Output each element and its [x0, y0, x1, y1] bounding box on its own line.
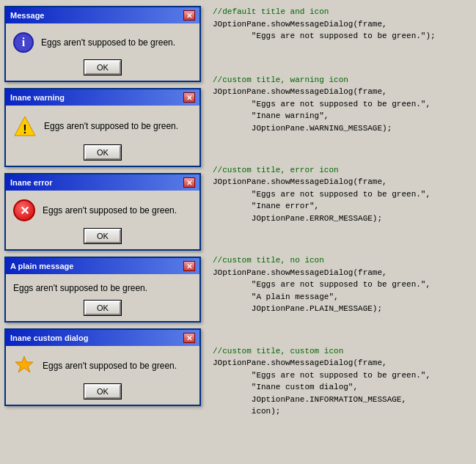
code-section-0: //default title and icon JOptionPane.sho… — [213, 6, 469, 74]
code-section-3: //custom title, no icon JOptionPane.show… — [213, 254, 469, 345]
body-warning: ! Eggs aren't supposed to be green. OK — [6, 106, 199, 166]
dialogs-panel: Message ✕ i Eggs aren't supposed to be g… — [0, 0, 205, 464]
body-message: i Eggs aren't supposed to be green. OK — [6, 23, 199, 81]
code-block-2: //custom title, error icon JOptionPane.s… — [213, 164, 469, 248]
code-section-2: //custom title, error icon JOptionPane.s… — [213, 164, 469, 254]
message-row-warning: ! Eggs aren't supposed to be green. — [13, 114, 192, 138]
code-block-1: //custom title, warning icon JOptionPane… — [213, 74, 469, 158]
dialog-message: Message ✕ i Eggs aren't supposed to be g… — [4, 6, 201, 82]
custom-icon — [13, 355, 35, 377]
body-custom: Eggs aren't supposed to be green. OK — [6, 346, 199, 405]
title-error: Inane error — [10, 178, 52, 187]
ok-button-warning[interactable]: OK — [84, 145, 121, 160]
close-button-message[interactable]: ✕ — [183, 10, 195, 21]
info-icon: i — [13, 32, 34, 53]
body-plain: Eggs aren't supposed to be green. OK — [6, 274, 199, 321]
message-text-custom: Eggs aren't supposed to be green. — [43, 361, 177, 371]
title-plain: A plain message — [10, 262, 73, 270]
message-text-warning: Eggs aren't supposed to be green. — [44, 121, 178, 131]
titlebar-message: Message ✕ — [6, 7, 199, 23]
dialog-plain: A plain message ✕ Eggs aren't supposed t… — [4, 257, 201, 323]
title-message: Message — [10, 11, 44, 20]
ok-row-error: OK — [13, 229, 192, 243]
code-block-4: //custom title, custom icon JOptionPane.… — [213, 345, 469, 452]
svg-text:!: ! — [23, 123, 26, 136]
code-section-4: //custom title, custom icon JOptionPane.… — [213, 345, 469, 458]
titlebar-plain: A plain message ✕ — [6, 258, 199, 274]
title-warning: Inane warning — [10, 93, 65, 102]
message-row-error: ✕ Eggs aren't supposed to be green. — [13, 199, 192, 221]
ok-row-custom: OK — [13, 384, 192, 399]
titlebar-custom: Inane custom dialog ✕ — [6, 330, 199, 346]
message-row-plain: Eggs aren't supposed to be green. — [13, 283, 192, 293]
code-block-0: //default title and icon JOptionPane.sho… — [213, 6, 469, 68]
message-row-custom: Eggs aren't supposed to be green. — [13, 355, 192, 377]
ok-button-error[interactable]: OK — [84, 229, 121, 243]
close-button-custom[interactable]: ✕ — [183, 333, 195, 343]
close-button-warning[interactable]: ✕ — [183, 92, 195, 103]
titlebar-error: Inane error ✕ — [6, 174, 199, 191]
close-button-plain[interactable]: ✕ — [183, 261, 195, 271]
message-text-message: Eggs aren't supposed to be green. — [41, 37, 175, 48]
message-row-message: i Eggs aren't supposed to be green. — [13, 32, 192, 53]
svg-marker-2 — [15, 356, 33, 372]
ok-button-custom[interactable]: OK — [84, 384, 121, 399]
message-text-plain: Eggs aren't supposed to be green. — [13, 283, 147, 293]
body-error: ✕ Eggs aren't supposed to be green. OK — [6, 191, 199, 249]
warning-icon: ! — [13, 114, 37, 138]
ok-button-message[interactable]: OK — [84, 60, 121, 75]
error-icon: ✕ — [13, 199, 35, 221]
code-panel: //default title and icon JOptionPane.sho… — [205, 0, 476, 464]
ok-button-plain[interactable]: OK — [84, 301, 121, 315]
code-block-3: //custom title, no icon JOptionPane.show… — [213, 254, 469, 339]
dialog-error: Inane error ✕ ✕ Eggs aren't supposed to … — [4, 173, 201, 251]
ok-row-warning: OK — [13, 145, 192, 160]
dialog-custom: Inane custom dialog ✕ Eggs aren't suppos… — [4, 328, 201, 406]
message-text-error: Eggs aren't supposed to be green. — [43, 205, 177, 216]
ok-row-plain: OK — [13, 301, 192, 315]
code-section-1: //custom title, warning icon JOptionPane… — [213, 74, 469, 164]
titlebar-warning: Inane warning ✕ — [6, 89, 199, 106]
close-button-error[interactable]: ✕ — [183, 177, 195, 188]
title-custom: Inane custom dialog — [10, 334, 88, 342]
ok-row-message: OK — [13, 60, 192, 75]
dialog-warning: Inane warning ✕ ! Eggs aren't supposed t… — [4, 88, 201, 167]
